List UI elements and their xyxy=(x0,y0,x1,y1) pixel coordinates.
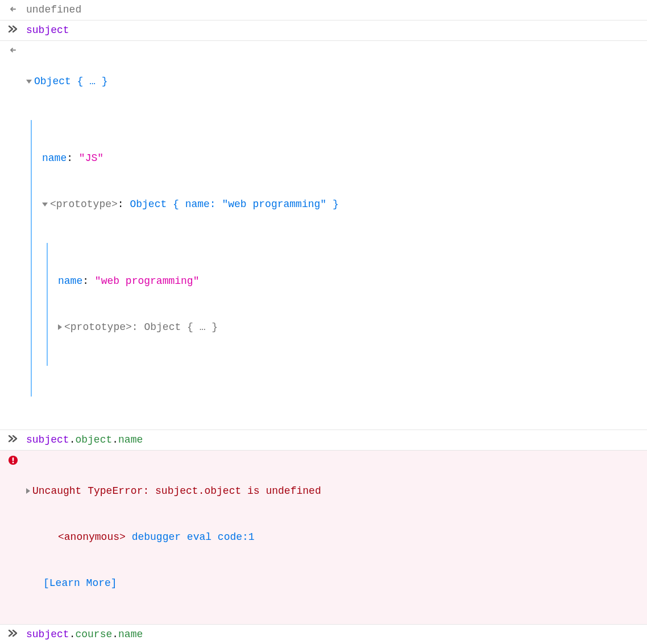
input-line[interactable]: subject.object.name xyxy=(26,432,647,448)
console-row: subject.object.name xyxy=(0,430,647,451)
console-row: undefined xyxy=(0,0,647,20)
expand-triangle-icon[interactable] xyxy=(26,80,32,84)
learn-more-link[interactable]: [Learn More] xyxy=(43,577,117,589)
prompt-arrow-icon xyxy=(0,23,26,38)
console-row: Object { … } name: "JS" <prototype>: Obj… xyxy=(0,41,647,430)
input-line[interactable]: subject xyxy=(26,23,647,38)
expand-triangle-icon[interactable] xyxy=(42,203,48,207)
prompt-arrow-icon xyxy=(0,627,26,642)
svg-rect-1 xyxy=(13,457,14,461)
error-body[interactable]: Uncaught TypeError: subject.object is un… xyxy=(26,453,647,622)
source-link[interactable]: debugger eval code:1 xyxy=(132,531,255,543)
output-undefined: undefined xyxy=(26,2,647,18)
error-icon xyxy=(0,453,26,622)
console-row: subject xyxy=(0,20,647,41)
input-line[interactable]: subject.course.name xyxy=(26,627,647,642)
collapse-triangle-icon[interactable] xyxy=(58,324,62,330)
result-arrow-icon xyxy=(0,2,26,18)
console-error-row: Uncaught TypeError: subject.object is un… xyxy=(0,451,647,625)
console-row: subject.course.name xyxy=(0,625,647,644)
svg-point-2 xyxy=(13,462,14,464)
prompt-arrow-icon xyxy=(0,432,26,448)
object-tree[interactable]: Object { … } name: "JS" <prototype>: Obj… xyxy=(26,43,647,427)
collapse-triangle-icon[interactable] xyxy=(26,488,30,494)
result-arrow-icon xyxy=(0,43,26,427)
